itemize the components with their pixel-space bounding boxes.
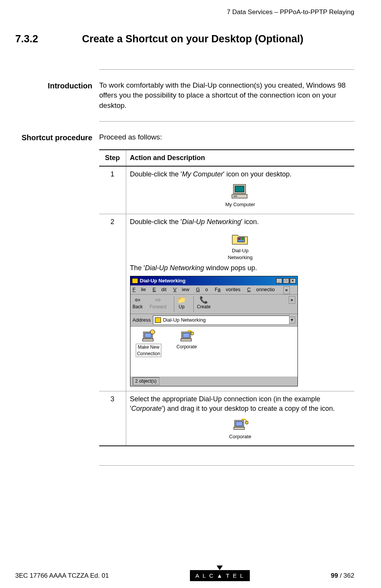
menu-connections[interactable]: Connectio [247, 287, 275, 292]
table-row: 3 Select the appropriate Dial-Up connect… [99, 391, 354, 446]
toolbar-separator [174, 296, 174, 312]
toolbar-up[interactable]: 📁Up [177, 296, 186, 310]
doc-id: 3EC 17766 AAAA TCZZA Ed. 01 [15, 571, 109, 580]
page-footer: 3EC 17766 AAAA TCZZA Ed. 01 ALC▲TEL 99 /… [15, 570, 354, 581]
running-header: 7 Data Services – PPPoA-to-PPTP Relaying [15, 8, 354, 17]
toolbar-create[interactable]: 📞Create [197, 296, 211, 310]
alcatel-logo: ALC▲TEL [190, 570, 250, 581]
svg-rect-13 [181, 339, 191, 341]
corporate-icon: Corporate [217, 417, 263, 440]
col-step: Step [99, 150, 126, 166]
menu-go[interactable]: Go [196, 287, 208, 292]
page-number: 99 / 362 [331, 571, 354, 580]
steps-table: Step Action and Description 1 Double-cli… [99, 149, 354, 446]
item-corporate[interactable]: Corporate [172, 330, 202, 350]
section-number: 7.3.2 [15, 32, 82, 46]
window-titlebar: Dial-Up Networking _ □ × [130, 276, 297, 285]
dialup-window: Dial-Up Networking _ □ × File [130, 276, 298, 386]
icon-label: Dial-Up Networking [228, 248, 252, 260]
step-num: 3 [99, 391, 126, 446]
step-text: Double-click the 'Dial-Up Networking' ic… [130, 218, 259, 226]
col-action: Action and Description [126, 150, 354, 166]
svg-point-18 [245, 421, 248, 424]
toolbar: ⇦Back ⇨Forward 📁Up 📞Create » [130, 295, 297, 314]
svg-rect-12 [183, 333, 190, 338]
toolbar-back[interactable]: ⇦Back [133, 296, 143, 310]
section-title-text: Create a Shortcut on your Desktop (Optio… [82, 33, 304, 45]
item-make-new-connection[interactable]: Make New Connection [133, 330, 164, 357]
intro-label: Introduction [15, 80, 99, 111]
close-button[interactable]: × [290, 278, 296, 284]
address-label: Address [133, 317, 151, 324]
step-text: Double-click the 'My Computer' icon on y… [130, 170, 292, 178]
window-icon [132, 278, 138, 284]
address-dropdown[interactable]: ▼ [289, 317, 295, 324]
item-label: Make New Connection [136, 344, 161, 357]
svg-rect-5 [238, 238, 241, 240]
address-field[interactable]: Dial-Up Networking [153, 316, 289, 325]
status-bar: 2 object(s) [130, 376, 297, 386]
svg-point-10 [150, 330, 155, 334]
address-icon [155, 317, 161, 323]
step-after-text: The 'Dial-Up Networking window pops up. [130, 263, 351, 273]
svg-rect-6 [241, 238, 244, 240]
address-bar: Address Dial-Up Networking ▼ [130, 314, 297, 327]
menu-view[interactable]: View [173, 287, 189, 292]
svg-rect-8 [145, 333, 151, 338]
table-row: 1 Double-click the 'My Computer' icon on… [99, 166, 354, 214]
svg-rect-3 [233, 195, 237, 197]
item-label: Corporate [177, 344, 197, 349]
svg-rect-17 [234, 427, 244, 429]
menu-favorites[interactable]: Favorites [215, 287, 240, 292]
toolbar-forward[interactable]: ⇨Forward [150, 296, 166, 310]
menubar: File Edit View Go Favorites Connectio » [130, 285, 297, 294]
step-num: 2 [99, 214, 126, 391]
address-value: Dial-Up Networking [163, 317, 206, 324]
status-text: 2 object(s) [133, 377, 159, 385]
step-text: Select the appropriate Dial-Up connectio… [130, 395, 335, 412]
divider [99, 121, 354, 122]
toolbar-separator [193, 296, 194, 312]
section-heading: 7.3.2Create a Shortcut on your Desktop (… [15, 32, 354, 46]
svg-rect-1 [235, 186, 244, 192]
my-computer-icon: My Computer [217, 183, 263, 208]
svg-point-14 [191, 332, 194, 335]
menu-edit[interactable]: Edit [153, 287, 166, 292]
svg-rect-9 [143, 339, 153, 341]
menu-overflow[interactable]: » [283, 286, 290, 294]
divider [99, 465, 354, 466]
minimize-button[interactable]: _ [276, 278, 282, 284]
maximize-button[interactable]: □ [283, 278, 289, 284]
svg-rect-16 [236, 421, 243, 426]
icon-label: My Computer [225, 202, 255, 207]
logo-triangle-icon [217, 566, 223, 570]
menu-file[interactable]: File [133, 287, 146, 292]
window-body: Make New Connection Corporate [130, 327, 297, 376]
dialup-folder-icon: Dial-Up Networking [217, 231, 263, 261]
toolbar-overflow[interactable]: » [289, 296, 295, 304]
divider [99, 69, 354, 70]
window-title: Dial-Up Networking [140, 277, 186, 284]
icon-label: Corporate [229, 434, 251, 439]
procedure-label: Shortcut procedure [15, 132, 99, 466]
procedure-intro: Proceed as follows: [99, 132, 354, 143]
step-num: 1 [99, 166, 126, 214]
intro-text: To work comfortably with the Dial-Up con… [99, 80, 354, 111]
table-row: 2 Double-click the 'Dial-Up Networking' … [99, 214, 354, 391]
